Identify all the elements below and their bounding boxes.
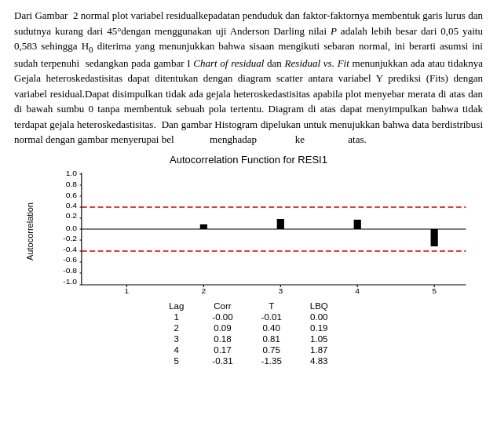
svg-text:5: 5 (432, 286, 437, 293)
svg-text:1: 1 (125, 286, 130, 293)
svg-text:0.8: 0.8 (66, 180, 77, 188)
svg-text:0.2: 0.2 (66, 211, 77, 219)
table-section: Lag Corr T LBQ 1-0.00-0.010.0020.090.400… (14, 300, 483, 366)
y-axis-label: Autocorrelation (22, 169, 38, 294)
svg-text:-1.0: -1.0 (63, 277, 77, 285)
svg-text:0.0: 0.0 (66, 224, 78, 231)
table-row: 1-0.00-0.010.00 (155, 311, 342, 322)
table-row: 5-0.31-1.354.83 (155, 355, 342, 366)
chart-inner: 1.0 0.8 0.6 0.4 0.2 0.0 -0.2 -0.4 -0.6 -… (41, 169, 475, 294)
acf-table: Lag Corr T LBQ 1-0.00-0.010.0020.090.400… (155, 300, 342, 366)
table-row: 40.170.751.87 (155, 344, 342, 355)
svg-text:-0.6: -0.6 (63, 255, 77, 263)
acf-svg: 1.0 0.8 0.6 0.4 0.2 0.0 -0.2 -0.4 -0.6 -… (41, 169, 475, 294)
main-paragraph: Dari Gambar 2 normal plot variabel resid… (14, 8, 483, 148)
chart-area: Autocorrelation 1.0 0.8 0.6 0.4 0.2 0.0 … (22, 169, 475, 294)
col-corr: Corr (198, 300, 247, 311)
col-t: T (247, 300, 296, 311)
table-row: 20.090.400.19 (155, 322, 342, 333)
svg-text:2: 2 (201, 286, 206, 293)
col-lag: Lag (155, 300, 198, 311)
table-row: 30.180.811.05 (155, 333, 342, 344)
svg-text:0.6: 0.6 (66, 191, 77, 199)
svg-text:-0.4: -0.4 (63, 245, 77, 253)
chart-container: Autocorrelation Function for RESI1 Autoc… (14, 154, 483, 294)
svg-text:-0.2: -0.2 (63, 234, 77, 242)
col-lbq: LBQ (296, 300, 342, 311)
svg-text:3: 3 (278, 286, 283, 293)
svg-text:-0.8: -0.8 (63, 266, 77, 274)
svg-text:1.0: 1.0 (66, 169, 78, 177)
svg-text:0.4: 0.4 (66, 201, 78, 209)
chart-title: Autocorrelation Function for RESI1 (22, 154, 475, 166)
svg-text:4: 4 (355, 286, 360, 293)
